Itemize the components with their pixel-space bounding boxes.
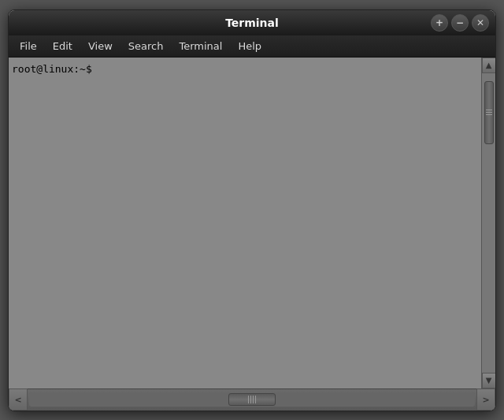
terminal-prompt: root@linux:~$	[12, 62, 478, 76]
window-title: Terminal	[78, 17, 426, 29]
menu-view[interactable]: View	[80, 38, 120, 54]
h-grip-line-1	[248, 396, 249, 403]
scroll-v-thumb[interactable]	[484, 81, 494, 144]
menu-help[interactable]: Help	[230, 38, 269, 54]
scroll-h-thumb[interactable]	[228, 393, 276, 406]
minimize-button[interactable]: −	[451, 14, 469, 32]
h-grip-line-3	[253, 396, 254, 403]
menu-edit[interactable]: Edit	[45, 38, 80, 54]
scroll-right-arrow[interactable]: >	[476, 388, 495, 411]
scroll-h-track[interactable]	[29, 392, 475, 407]
grip-line-1	[486, 110, 492, 110]
close-button[interactable]: ✕	[472, 14, 489, 32]
content-area: root@linux:~$ ▲ ▼	[9, 58, 495, 388]
add-button[interactable]: +	[431, 14, 448, 32]
terminal-body[interactable]: root@linux:~$	[9, 58, 481, 388]
menu-bar: File Edit View Search Terminal Help	[9, 35, 495, 58]
h-grip-line-2	[250, 396, 251, 403]
grip-line-3	[486, 114, 492, 115]
menu-file[interactable]: File	[12, 38, 45, 54]
title-bar: Terminal + − ✕	[9, 10, 495, 35]
horizontal-scrollbar-bar: < >	[9, 388, 495, 411]
vertical-scrollbar: ▲ ▼	[481, 58, 495, 388]
scroll-up-arrow[interactable]: ▲	[482, 58, 496, 73]
scroll-v-track[interactable]	[482, 73, 496, 373]
grip-line-2	[486, 112, 492, 113]
scroll-down-arrow[interactable]: ▼	[482, 373, 496, 388]
title-bar-buttons: + − ✕	[426, 14, 489, 32]
scroll-left-arrow[interactable]: <	[9, 388, 28, 411]
terminal-window: Terminal + − ✕ File Edit View Search Ter…	[8, 9, 496, 411]
menu-terminal[interactable]: Terminal	[171, 38, 230, 54]
h-grip-line-4	[255, 396, 256, 403]
menu-search[interactable]: Search	[120, 38, 172, 54]
